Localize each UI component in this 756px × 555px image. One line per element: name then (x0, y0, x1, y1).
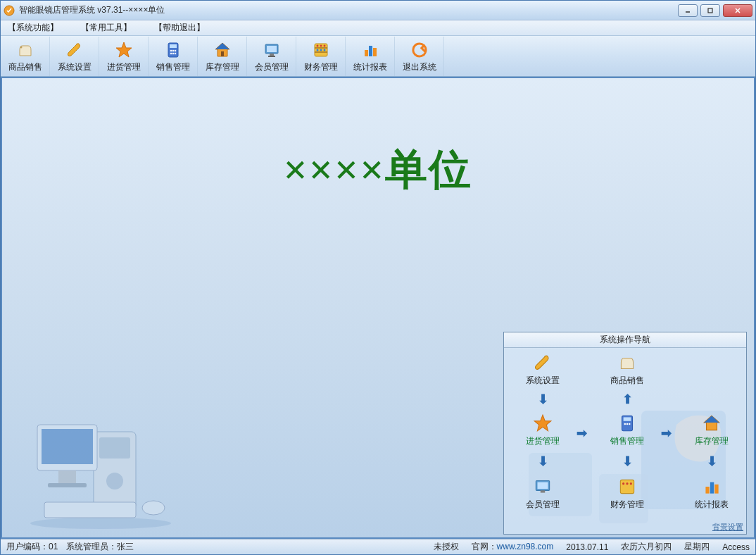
svg-point-53 (622, 482, 624, 485)
minimize-button[interactable] (678, 4, 698, 17)
nav-label: 库存管理 (687, 435, 736, 447)
svg-point-25 (316, 49, 318, 51)
svg-point-12 (172, 53, 174, 55)
nav-sell-mgmt[interactable]: 销售管理 (603, 413, 652, 447)
maximize-button[interactable] (700, 4, 720, 17)
nav-label: 销售管理 (603, 435, 652, 447)
toolbar-exit[interactable]: 退出系统 (395, 37, 444, 76)
nav-finance[interactable]: 财务管理 (603, 476, 652, 511)
svg-rect-16 (267, 46, 277, 52)
svg-point-47 (626, 423, 629, 425)
svg-point-31 (30, 518, 171, 529)
toolbar: 商品销售 系统设置 进货管理 销售管理 库存管理 会员管理 财务管理 统计报表 (1, 36, 755, 77)
toolbar-member[interactable]: 会员管理 (247, 37, 296, 76)
svg-rect-51 (541, 490, 545, 492)
svg-rect-2 (708, 8, 712, 13)
toolbar-purchase[interactable]: 进货管理 (99, 37, 149, 76)
status-weekday: 星期四 (684, 541, 710, 553)
toolbar-label: 系统设置 (58, 61, 92, 73)
wrench-icon (65, 40, 84, 60)
toolbar-label: 统计报表 (353, 61, 387, 73)
status-db: Access (722, 542, 750, 552)
nav-panel: 系统操作导航 系统设置 商品销售 ⬇ ⬆ 进货管理 (503, 332, 747, 535)
status-user-code: 用户编码：01 (6, 541, 58, 553)
svg-point-9 (172, 50, 174, 52)
app-icon (4, 5, 15, 16)
monitor-icon (532, 476, 553, 497)
svg-rect-33 (99, 437, 130, 459)
nav-member[interactable]: 会员管理 (518, 476, 567, 511)
svg-point-40 (142, 501, 165, 515)
toolbar-label: 会员管理 (255, 61, 289, 73)
arrow-down-icon: ⬇ (538, 392, 548, 407)
monitor-icon (262, 40, 282, 60)
toolbar-finance[interactable]: 财务管理 (296, 37, 346, 76)
svg-point-34 (106, 473, 123, 489)
menu-tools[interactable]: 【常用工具】 (78, 20, 134, 35)
star-icon (114, 40, 134, 60)
status-auth: 未授权 (434, 541, 459, 553)
svg-point-46 (624, 423, 626, 425)
svg-point-22 (316, 45, 318, 47)
svg-rect-52 (620, 480, 634, 493)
nav-label: 商品销售 (603, 375, 652, 387)
toolbar-label: 销售管理 (156, 61, 190, 73)
menu-help[interactable]: 【帮助退出】 (151, 20, 208, 35)
svg-point-11 (170, 53, 172, 55)
chart-icon (360, 40, 380, 60)
chart-icon (701, 476, 722, 497)
svg-rect-17 (270, 54, 274, 56)
svg-rect-36 (42, 429, 93, 464)
calculator-icon (617, 413, 638, 434)
svg-rect-28 (365, 50, 368, 56)
main-area: ××××单位 系统操作导航 (1, 77, 755, 539)
computer-art (23, 404, 178, 530)
svg-rect-38 (48, 483, 87, 487)
status-bar: 用户编码：01 系统管理员：张三 未授权 官网：www.zn98.com 201… (1, 539, 755, 554)
glove-icon (15, 40, 35, 60)
bg-setting-link[interactable]: 背景设置 (712, 522, 743, 532)
toolbar-report[interactable]: 统计报表 (346, 37, 395, 76)
toolbar-label: 库存管理 (206, 61, 239, 73)
nav-label: 财务管理 (603, 499, 652, 511)
toolbar-sales-mgmt[interactable]: 销售管理 (149, 37, 198, 76)
nav-label: 统计报表 (687, 499, 736, 511)
nav-label: 系统设置 (518, 375, 567, 387)
menu-bar: 【系统功能】 【常用工具】 【帮助退出】 (1, 20, 755, 36)
toolbar-settings[interactable]: 系统设置 (50, 37, 99, 76)
svg-rect-45 (624, 417, 631, 420)
svg-rect-30 (373, 48, 377, 56)
arrow-down-icon: ⬇ (538, 454, 548, 469)
company-title: ××××单位 (284, 142, 473, 199)
house-icon (701, 413, 722, 434)
nav-label: 会员管理 (518, 499, 567, 511)
nav-settings[interactable]: 系统设置 (518, 352, 567, 387)
toolbar-label: 商品销售 (8, 61, 42, 73)
svg-point-26 (320, 49, 322, 51)
nav-report[interactable]: 统计报表 (687, 476, 736, 511)
svg-rect-50 (538, 482, 548, 489)
nav-purchase[interactable]: 进货管理 (518, 413, 567, 447)
nav-stock[interactable]: 库存管理 (687, 413, 736, 447)
site-link[interactable]: www.zn98.com (497, 542, 554, 551)
window-title: 智能眼镜店管理系统 v37.31--××××单位 (19, 4, 678, 16)
toolbar-label: 进货管理 (107, 61, 141, 73)
close-button[interactable] (723, 4, 752, 17)
toolbar-stock[interactable]: 库存管理 (198, 37, 247, 76)
svg-point-24 (323, 45, 325, 47)
toolbar-product-sales[interactable]: 商品销售 (1, 37, 50, 76)
svg-point-48 (629, 423, 631, 425)
svg-rect-39 (44, 502, 136, 518)
exit-icon (410, 40, 429, 60)
svg-point-54 (626, 482, 628, 485)
svg-point-8 (170, 50, 172, 52)
arrow-down-icon: ⬇ (622, 454, 633, 469)
svg-rect-58 (714, 485, 718, 494)
arrow-down-icon: ⬇ (707, 454, 717, 469)
svg-point-10 (174, 50, 176, 52)
nav-panel-title: 系统操作导航 (504, 332, 746, 348)
toolbar-label: 退出系统 (403, 61, 436, 73)
menu-system[interactable]: 【系统功能】 (5, 20, 61, 35)
abacus-icon (311, 40, 331, 60)
nav-product-sales[interactable]: 商品销售 (603, 352, 652, 387)
